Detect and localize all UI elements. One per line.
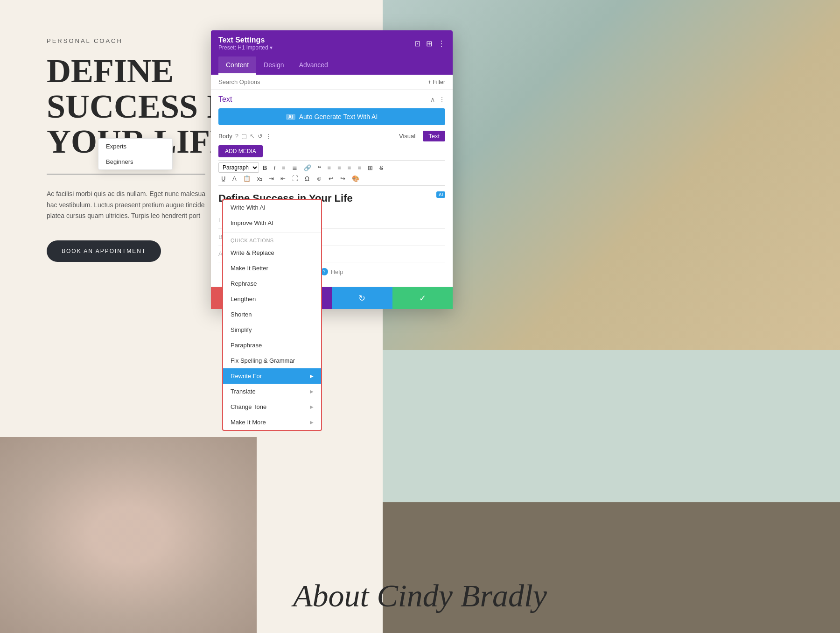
menu-rephrase[interactable]: Rephrase bbox=[223, 276, 321, 291]
experts-label: Experts bbox=[106, 143, 126, 150]
editor-top-bar: Body ? ▢ ↖ ↺ ⋮ Visual Text bbox=[218, 131, 445, 141]
write-with-ai-label: Write With AI bbox=[231, 204, 266, 211]
more-icon[interactable]: ⋮ bbox=[438, 39, 445, 48]
undo2-button[interactable]: ↩ bbox=[326, 174, 336, 183]
make-better-label: Make It Better bbox=[231, 265, 268, 272]
panel-tabs: Content Design Advanced bbox=[211, 56, 453, 75]
bold-button[interactable]: B bbox=[260, 163, 270, 173]
submenu-experts[interactable]: Experts bbox=[98, 139, 172, 154]
align-center-button[interactable]: ≡ bbox=[335, 163, 344, 173]
redo-button[interactable]: ↻ bbox=[332, 287, 392, 309]
italic-button[interactable]: I bbox=[271, 163, 278, 173]
outdent-button[interactable]: ⇤ bbox=[278, 174, 288, 183]
cta-button[interactable]: BOOK AN APPOINTMENT bbox=[47, 240, 161, 262]
menu-lengthen[interactable]: Lengthen bbox=[223, 291, 321, 307]
toolbar-row-2: U̲ A 📋 x₂ ⇥ ⇤ ⛶ Ω ☺ ↩ ↪ 🎨 bbox=[218, 174, 445, 183]
mobile-icon[interactable]: ▢ bbox=[241, 133, 247, 140]
align-left-button[interactable]: ≡ bbox=[325, 163, 334, 173]
help-label: Help bbox=[331, 268, 343, 275]
panel-header-icons: ⊡ ⊞ ⋮ bbox=[414, 39, 445, 48]
cursor-icon[interactable]: ↖ bbox=[250, 133, 255, 140]
ul-button[interactable]: ≡ bbox=[279, 163, 288, 173]
simplify-label: Simplify bbox=[231, 326, 252, 333]
help-tooltip-icon[interactable]: ? bbox=[235, 133, 238, 140]
make-it-more-chevron: ▶ bbox=[310, 420, 314, 425]
paraphrase-label: Paraphrase bbox=[231, 342, 262, 349]
submenu-beginners[interactable]: Beginners bbox=[98, 154, 172, 169]
menu-rewrite-for[interactable]: Rewrite For ▶ bbox=[223, 368, 321, 384]
section-more-icon[interactable]: ⋮ bbox=[439, 96, 445, 103]
panel-title: Text Settings bbox=[218, 36, 273, 44]
text-tab[interactable]: Text bbox=[423, 131, 445, 141]
search-input[interactable] bbox=[218, 78, 428, 85]
toolbar-row-1: Paragraph B I ≡ ≣ 🔗 ❝ ≡ ≡ ≡ ≡ ⊞ S̶ bbox=[218, 162, 445, 173]
change-tone-chevron: ▶ bbox=[310, 404, 314, 409]
panel-header-left: Text Settings Preset: H1 imported ▾ bbox=[218, 36, 273, 51]
link-button[interactable]: 🔗 bbox=[301, 163, 314, 173]
indent-button[interactable]: ⇥ bbox=[266, 174, 277, 183]
redo2-button[interactable]: ↪ bbox=[337, 174, 348, 183]
paragraph-select[interactable]: Paragraph bbox=[218, 162, 259, 173]
change-tone-label: Change Tone bbox=[231, 403, 266, 410]
editor-label: Body bbox=[218, 133, 232, 140]
ai-generate-button[interactable]: AI Auto Generate Text With AI bbox=[218, 108, 445, 125]
paste-button[interactable]: 📋 bbox=[240, 174, 253, 183]
wp-toolbar: Paragraph B I ≡ ≣ 🔗 ❝ ≡ ≡ ≡ ≡ ⊞ S̶ U̲ A … bbox=[218, 160, 445, 186]
quote-button[interactable]: ❝ bbox=[315, 163, 324, 173]
rewrite-for-chevron: ▶ bbox=[310, 373, 314, 379]
strikethrough-button[interactable]: S̶ bbox=[377, 163, 386, 173]
ol-button[interactable]: ≣ bbox=[289, 163, 300, 173]
menu-paraphrase[interactable]: Paraphrase bbox=[223, 338, 321, 353]
translate-chevron: ▶ bbox=[310, 389, 314, 394]
fullscreen-button[interactable]: ⛶ bbox=[289, 174, 301, 183]
table-button[interactable]: ⊞ bbox=[365, 163, 376, 173]
rewrite-for-submenu: Experts Beginners bbox=[98, 138, 173, 170]
menu-shorten[interactable]: Shorten bbox=[223, 307, 321, 322]
menu-improve-with-ai[interactable]: Improve With AI bbox=[223, 215, 321, 231]
rewrite-for-label: Rewrite For bbox=[231, 373, 262, 380]
write-replace-label: Write & Replace bbox=[231, 249, 274, 256]
add-media-button[interactable]: ADD MEDIA bbox=[218, 145, 263, 157]
expand-icon[interactable]: ⊡ bbox=[414, 39, 420, 48]
tab-content[interactable]: Content bbox=[218, 56, 256, 75]
menu-fix-spelling[interactable]: Fix Spelling & Grammar bbox=[223, 353, 321, 368]
subscript-button[interactable]: x₂ bbox=[254, 174, 266, 183]
menu-translate[interactable]: Translate ▶ bbox=[223, 384, 321, 399]
special-char-button[interactable]: Ω bbox=[302, 174, 312, 183]
more-editor-icon[interactable]: ⋮ bbox=[266, 133, 272, 140]
menu-make-it-more[interactable]: Make It More ▶ bbox=[223, 415, 321, 430]
undo-editor-icon[interactable]: ↺ bbox=[258, 133, 263, 140]
text-color-button[interactable]: A bbox=[230, 174, 239, 183]
rephrase-label: Rephrase bbox=[231, 280, 257, 287]
ai-context-menu: Write With AI Improve With AI Quick Acti… bbox=[223, 200, 321, 430]
confirm-button[interactable]: ✓ bbox=[392, 287, 453, 309]
translate-label: Translate bbox=[231, 388, 256, 395]
menu-change-tone[interactable]: Change Tone ▶ bbox=[223, 399, 321, 415]
quick-actions-label: Quick Actions bbox=[223, 235, 321, 245]
panel-preset[interactable]: Preset: H1 imported ▾ bbox=[218, 44, 273, 51]
align-justify-button[interactable]: ≡ bbox=[355, 163, 364, 173]
redo-icon: ↻ bbox=[358, 293, 365, 303]
search-row: + Filter bbox=[211, 75, 453, 90]
improve-with-ai-label: Improve With AI bbox=[231, 219, 273, 226]
context-menu-border: Write With AI Improve With AI Quick Acti… bbox=[222, 199, 322, 431]
menu-simplify[interactable]: Simplify bbox=[223, 322, 321, 338]
confirm-icon: ✓ bbox=[419, 293, 426, 303]
tab-design[interactable]: Design bbox=[256, 56, 292, 75]
menu-write-with-ai[interactable]: Write With AI bbox=[223, 200, 321, 215]
columns-icon[interactable]: ⊞ bbox=[426, 39, 432, 48]
about-section: About Cindy Bradly bbox=[0, 577, 840, 614]
filter-button[interactable]: + Filter bbox=[428, 79, 445, 85]
tab-advanced[interactable]: Advanced bbox=[292, 56, 336, 75]
lengthen-label: Lengthen bbox=[231, 295, 256, 302]
align-right-button[interactable]: ≡ bbox=[345, 163, 354, 173]
make-it-more-label: Make It More bbox=[231, 419, 266, 426]
collapse-icon[interactable]: ∧ bbox=[430, 96, 435, 103]
menu-write-replace[interactable]: Write & Replace bbox=[223, 245, 321, 260]
menu-make-better[interactable]: Make It Better bbox=[223, 260, 321, 276]
panel-header: Text Settings Preset: H1 imported ▾ ⊡ ⊞ … bbox=[211, 30, 453, 56]
visual-tab[interactable]: Visual bbox=[393, 131, 421, 141]
ai-inline-button[interactable]: 🎨 bbox=[349, 174, 362, 183]
underline-button[interactable]: U̲ bbox=[218, 174, 229, 183]
emoji-button[interactable]: ☺ bbox=[313, 174, 325, 183]
